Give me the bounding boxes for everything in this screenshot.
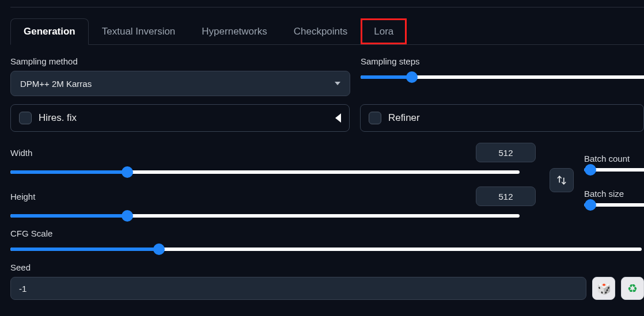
swap-dimensions-button[interactable] <box>550 168 574 192</box>
batch-size-label: Batch size <box>584 189 644 199</box>
tab-checkpoints[interactable]: Checkpoints <box>281 18 361 44</box>
chevron-down-icon <box>335 82 340 85</box>
dice-icon: 🎲 <box>597 281 611 295</box>
seed-label: Seed <box>10 262 644 272</box>
sampling-method-value: DPM++ 2M Karras <box>20 79 92 89</box>
top-panel-rule <box>10 7 644 12</box>
hires-fix-toggle[interactable]: Hires. fix <box>10 104 350 132</box>
height-fill <box>10 214 127 218</box>
width-label: Width <box>10 148 476 158</box>
sampling-method-dropdown[interactable]: DPM++ 2M Karras <box>10 71 350 96</box>
height-slider[interactable] <box>10 214 520 218</box>
recycle-icon: ♻ <box>627 281 638 295</box>
tab-hypernetworks[interactable]: Hypernetworks <box>188 18 280 44</box>
refiner-toggle[interactable]: Refiner <box>360 104 644 132</box>
tab-lora[interactable]: Lora <box>361 18 407 44</box>
cfg-scale-slider[interactable] <box>10 248 642 251</box>
tab-generation[interactable]: Generation <box>10 18 89 45</box>
height-value[interactable]: 512 <box>476 186 536 206</box>
sampling-steps-slider[interactable] <box>361 75 644 79</box>
batch-count-thumb[interactable] <box>585 164 596 176</box>
width-value[interactable]: 512 <box>476 143 536 162</box>
sampling-steps-fill <box>361 75 412 79</box>
swap-arrows-icon <box>556 175 567 185</box>
width-fill <box>10 170 127 174</box>
cfg-scale-label: CFG Scale <box>10 229 644 238</box>
hires-fix-label: Hires. fix <box>39 112 77 124</box>
sampling-steps-label: Sampling steps <box>361 56 644 66</box>
height-thumb[interactable] <box>122 210 133 222</box>
batch-size-thumb[interactable] <box>585 199 596 211</box>
cfg-fill <box>10 248 159 251</box>
collapse-left-icon[interactable] <box>335 113 341 123</box>
seed-input[interactable]: -1 <box>10 277 586 300</box>
sampling-steps-thumb[interactable] <box>406 71 418 83</box>
height-label: Height <box>10 192 476 201</box>
cfg-thumb[interactable] <box>153 243 165 255</box>
extra-networks-tabs: Generation Textual Inversion Hypernetwor… <box>10 18 644 45</box>
batch-count-label: Batch count <box>584 154 644 163</box>
tab-textual-inversion[interactable]: Textual Inversion <box>89 18 189 44</box>
seed-random-button[interactable]: 🎲 <box>592 277 615 300</box>
refiner-checkbox[interactable] <box>369 112 381 124</box>
seed-reuse-button[interactable]: ♻ <box>621 277 644 300</box>
sampling-method-label: Sampling method <box>10 56 350 66</box>
hires-fix-checkbox[interactable] <box>19 112 32 124</box>
batch-count-slider[interactable] <box>584 168 644 172</box>
width-slider[interactable] <box>10 170 520 174</box>
generation-panel: Sampling method DPM++ 2M Karras Sampling… <box>8 45 644 308</box>
batch-size-slider[interactable] <box>584 203 644 207</box>
refiner-label: Refiner <box>388 112 420 124</box>
width-thumb[interactable] <box>122 166 133 178</box>
